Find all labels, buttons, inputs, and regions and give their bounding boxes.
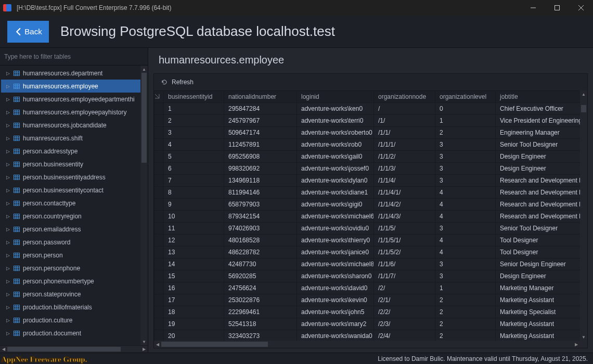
row-header[interactable]	[154, 318, 164, 330]
expand-icon[interactable]: ▷	[6, 292, 11, 297]
cell[interactable]: adventure-works\michael6	[297, 211, 374, 223]
scroll-down-icon[interactable]: ▼	[140, 338, 148, 345]
cell[interactable]: 9	[164, 199, 224, 211]
cell[interactable]: 18	[164, 306, 224, 318]
cell[interactable]: 4	[435, 235, 496, 246]
table-row[interactable]: 6998320692adventure-works\jossef0/1/1/3/…	[154, 163, 587, 175]
expand-icon[interactable]: ▷	[6, 123, 11, 128]
cell[interactable]: 811994146	[224, 187, 297, 199]
table-row[interactable]: 1952541318adventure-works\mary2/2/3/2Mar…	[154, 318, 587, 330]
sidebar-item-person-phonenumbertype[interactable]: ▷person.phonenumbertype	[1, 275, 140, 288]
cell[interactable]: /1/1/5/	[374, 223, 435, 235]
cell[interactable]: /1/1/	[374, 127, 435, 139]
table-row[interactable]: 10879342154adventure-works\michael6/1/1/…	[154, 211, 587, 223]
sidebar-item-person-addresstype[interactable]: ▷person.addresstype	[1, 145, 140, 158]
cell[interactable]: 1	[435, 115, 496, 127]
cell[interactable]: /1/1/1/	[374, 139, 435, 151]
cell[interactable]: /	[374, 103, 435, 115]
sidebar-item-production-document[interactable]: ▷production.document	[1, 327, 140, 340]
table-row[interactable]: 2245797967adventure-works\terri0/1/1Vice…	[154, 115, 587, 127]
sidebar-item-humanresources-employeepayhistory[interactable]: ▷humanresources.employeepayhistory	[1, 106, 140, 119]
cell[interactable]: 2	[435, 294, 496, 306]
cell[interactable]: /1/1/4/2/	[374, 199, 435, 211]
cell[interactable]: adventure-works\janice0	[297, 246, 374, 258]
cell[interactable]: 24756624	[224, 282, 297, 294]
table-row[interactable]: 7134969118adventure-works\dylan0/1/1/4/3…	[154, 175, 587, 187]
back-button[interactable]: Back	[7, 21, 49, 43]
sidebar-item-person-businessentitycontact[interactable]: ▷person.businessentitycontact	[1, 184, 140, 197]
maximize-button[interactable]	[545, 0, 569, 16]
cell[interactable]: Design Engineer	[496, 270, 587, 282]
cell[interactable]: 480168528	[224, 235, 297, 246]
expand-icon[interactable]: ▷	[6, 188, 11, 193]
row-header[interactable]	[154, 258, 164, 270]
scroll-down-icon[interactable]: ▼	[580, 333, 587, 341]
cell[interactable]: 19	[164, 318, 224, 330]
cell[interactable]: 15	[164, 270, 224, 282]
sidebar-item-person-countryregion[interactable]: ▷person.countryregion	[1, 210, 140, 223]
row-header[interactable]	[154, 187, 164, 199]
cell[interactable]: Research and Development M	[496, 175, 587, 187]
cell[interactable]: adventure-works\dylan0	[297, 175, 374, 187]
cell[interactable]: /2/	[374, 282, 435, 294]
column-header-organizationlevel[interactable]: organizationlevel	[435, 91, 496, 103]
cell[interactable]: /2/3/	[374, 318, 435, 330]
grid-vscroll[interactable]: ▲ ▼	[580, 90, 587, 341]
row-selector-header[interactable]	[154, 91, 164, 103]
expand-icon[interactable]: ▷	[6, 227, 11, 232]
cell[interactable]: adventure-works\diane1	[297, 187, 374, 199]
cell[interactable]: 42487730	[224, 258, 297, 270]
cell[interactable]: Senior Design Engineer	[496, 258, 587, 270]
cell[interactable]: 10	[164, 211, 224, 223]
row-header[interactable]	[154, 175, 164, 187]
cell[interactable]: 998320692	[224, 163, 297, 175]
cell[interactable]: 245797967	[224, 115, 297, 127]
sidebar-item-person-emailaddress[interactable]: ▷person.emailaddress	[1, 223, 140, 236]
row-header[interactable]	[154, 282, 164, 294]
sidebar-item-humanresources-jobcandidate[interactable]: ▷humanresources.jobcandidate	[1, 119, 140, 132]
cell[interactable]: 17	[164, 294, 224, 306]
cell[interactable]: /1/1/4/	[374, 175, 435, 187]
row-header[interactable]	[154, 199, 164, 211]
cell[interactable]: Research and Development Er	[496, 187, 587, 199]
cell[interactable]: 4	[435, 187, 496, 199]
table-row[interactable]: 13486228782adventure-works\janice0/1/1/5…	[154, 246, 587, 258]
sidebar-item-person-person[interactable]: ▷person.person	[1, 249, 140, 262]
cell[interactable]: 2	[164, 115, 224, 127]
row-header[interactable]	[154, 270, 164, 282]
table-row[interactable]: 3509647174adventure-works\roberto0/1/1/2…	[154, 127, 587, 139]
sidebar-item-person-businessentity[interactable]: ▷person.businessentity	[1, 158, 140, 171]
cell[interactable]: /1/1/4/1/	[374, 187, 435, 199]
sidebar-item-person-businessentityaddress[interactable]: ▷person.businessentityaddress	[1, 171, 140, 184]
table-row[interactable]: 12480168528adventure-works\thierry0/1/1/…	[154, 235, 587, 246]
cell[interactable]: Marketing Assistant	[496, 294, 587, 306]
cell[interactable]: 3	[435, 223, 496, 235]
cell[interactable]: 112457891	[224, 139, 297, 151]
cell[interactable]: adventure-works\thierry0	[297, 235, 374, 246]
sidebar-item-person-personphone[interactable]: ▷person.personphone	[1, 262, 140, 275]
table-row[interactable]: 8811994146adventure-works\diane1/1/1/4/1…	[154, 187, 587, 199]
table-filter-input[interactable]	[4, 53, 144, 60]
cell[interactable]: 2	[435, 318, 496, 330]
expand-icon[interactable]: ▷	[6, 162, 11, 167]
scroll-right-icon[interactable]: ▶	[573, 341, 580, 348]
expand-icon[interactable]: ▷	[6, 305, 11, 310]
cell[interactable]: Marketing Manager	[496, 282, 587, 294]
cell[interactable]: 4	[164, 139, 224, 151]
expand-icon[interactable]: ▷	[6, 214, 11, 219]
cell[interactable]: 879342154	[224, 211, 297, 223]
cell[interactable]: adventure-works\michael8	[297, 258, 374, 270]
cell[interactable]: Engineering Manager	[496, 127, 587, 139]
cell[interactable]: 3	[435, 151, 496, 163]
table-row[interactable]: 1624756624adventure-works\david0/2/1Mark…	[154, 282, 587, 294]
column-header-jobtitle[interactable]: jobtitle	[496, 91, 587, 103]
cell[interactable]: 3	[435, 270, 496, 282]
cell[interactable]: Senior Tool Designer	[496, 139, 587, 151]
scroll-up-icon[interactable]: ▲	[140, 66, 148, 73]
expand-icon[interactable]: ▷	[6, 97, 11, 102]
row-header[interactable]	[154, 246, 164, 258]
cell[interactable]: 3	[164, 127, 224, 139]
sidebar-item-humanresources-department[interactable]: ▷humanresources.department	[1, 67, 140, 80]
close-button[interactable]	[569, 0, 593, 16]
cell[interactable]: Marketing Assistant	[496, 318, 587, 330]
